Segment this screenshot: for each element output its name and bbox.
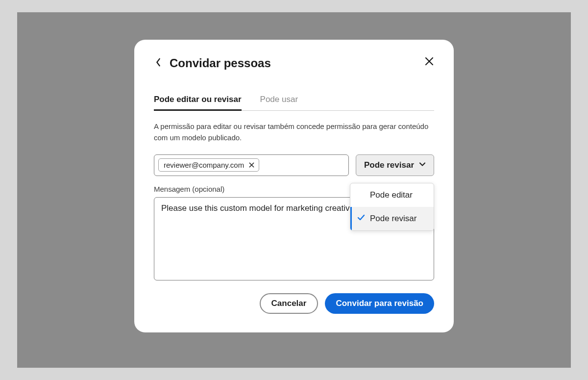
dialog-footer: Cancelar Convidar para revisão (154, 293, 434, 314)
close-icon (425, 57, 434, 68)
chevron-left-icon (155, 58, 161, 69)
invite-row: reviewer@company.com Pode revisar Pode e… (154, 154, 434, 176)
check-icon (357, 213, 365, 224)
permission-select-label: Pode revisar (364, 160, 414, 170)
invite-button[interactable]: Convidar para revisão (325, 293, 434, 314)
tab-edit-review[interactable]: Pode editar ou revisar (154, 95, 242, 110)
email-chip: reviewer@company.com (158, 158, 259, 172)
dialog-header: Convidar pessoas (154, 56, 434, 70)
dropdown-option-label: Pode revisar (370, 214, 416, 223)
chevron-down-icon (419, 160, 426, 170)
back-button[interactable] (154, 59, 163, 68)
email-input[interactable]: reviewer@company.com (154, 154, 349, 176)
modal-overlay: Convidar pessoas Pode editar ou revisar … (17, 12, 571, 368)
invite-dialog: Convidar pessoas Pode editar ou revisar … (134, 40, 454, 332)
permission-description: A permissão para editar ou revisar també… (154, 121, 434, 144)
email-chip-label: reviewer@company.com (164, 161, 244, 169)
permission-select-button[interactable]: Pode revisar (356, 154, 434, 176)
close-button[interactable] (424, 57, 434, 67)
dialog-title: Convidar pessoas (170, 56, 271, 70)
chip-remove-button[interactable] (248, 162, 255, 169)
permission-tabs: Pode editar ou revisar Pode usar (154, 95, 434, 111)
close-icon (249, 161, 254, 169)
cancel-button[interactable]: Cancelar (260, 293, 318, 314)
dropdown-option-edit[interactable]: Pode editar (350, 183, 434, 207)
permission-dropdown: Pode editar Pode revisar (350, 183, 434, 231)
dropdown-option-review[interactable]: Pode revisar (350, 207, 434, 230)
tab-use[interactable]: Pode usar (260, 95, 298, 110)
